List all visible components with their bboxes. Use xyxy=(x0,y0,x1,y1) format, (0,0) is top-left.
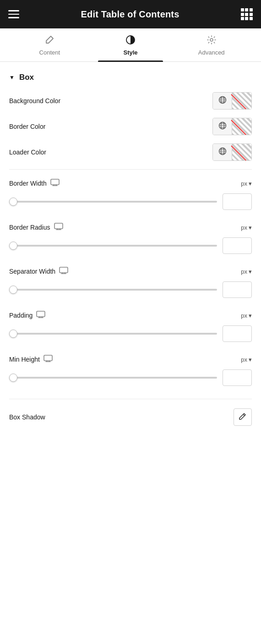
border-radius-section: Border Radius px ▾ xyxy=(9,223,252,254)
border-radius-track[interactable] xyxy=(9,245,217,247)
border-width-monitor-icon xyxy=(50,179,60,188)
border-radius-unit-label: px xyxy=(241,224,247,231)
border-radius-header: Border Radius px ▾ xyxy=(9,223,252,232)
tab-advanced-label: Advanced xyxy=(198,49,225,56)
hamburger-icon[interactable] xyxy=(8,10,19,18)
separator-width-chevron-icon: ▾ xyxy=(249,268,252,275)
border-radius-slider-row xyxy=(9,237,252,254)
box-shadow-pencil-icon xyxy=(239,412,247,422)
tab-content[interactable]: Content xyxy=(9,28,90,61)
background-color-control xyxy=(212,92,252,110)
border-radius-label-group: Border Radius xyxy=(9,223,63,232)
tab-bar: Content Style Advanced xyxy=(0,28,261,62)
separator-width-header: Separator Width px ▾ xyxy=(9,267,252,276)
padding-input[interactable] xyxy=(223,325,252,342)
min-height-label-group: Min Height xyxy=(9,355,53,364)
tab-advanced[interactable]: Advanced xyxy=(171,28,252,61)
padding-label: Padding xyxy=(9,312,33,319)
background-color-label: Background Color xyxy=(9,97,60,105)
separator-width-monitor-icon xyxy=(59,267,68,276)
padding-unit-select[interactable]: px ▾ xyxy=(241,312,252,319)
svg-rect-10 xyxy=(60,267,68,273)
min-height-section: Min Height px ▾ xyxy=(9,355,252,386)
svg-rect-9 xyxy=(54,223,63,229)
separator-width-unit-select[interactable]: px ▾ xyxy=(241,268,252,275)
border-width-slider-row xyxy=(9,193,252,210)
tab-content-label: Content xyxy=(39,49,60,56)
border-width-section: Border Width px ▾ xyxy=(9,179,252,210)
border-color-global-button[interactable] xyxy=(213,118,232,135)
box-shadow-label: Box Shadow xyxy=(9,413,45,421)
border-radius-monitor-icon xyxy=(54,223,63,232)
border-color-label: Border Color xyxy=(9,123,45,130)
padding-monitor-icon xyxy=(36,311,45,320)
padding-track[interactable] xyxy=(9,333,217,335)
globe-icon-bg xyxy=(218,96,227,106)
border-radius-unit-select[interactable]: px ▾ xyxy=(241,224,252,231)
grid-icon[interactable] xyxy=(241,8,253,20)
page-title: Edit Table of Contents xyxy=(81,9,179,20)
border-width-thumb[interactable] xyxy=(9,198,17,206)
collapse-arrow-icon: ▼ xyxy=(9,74,15,81)
main-content: ▼ Box Background Color xyxy=(0,73,261,448)
loader-color-global-button[interactable] xyxy=(213,143,232,161)
padding-thumb[interactable] xyxy=(9,330,17,338)
padding-unit-label: px xyxy=(241,312,247,319)
svg-rect-12 xyxy=(44,355,52,361)
divider-2 xyxy=(9,399,252,399)
min-height-monitor-icon xyxy=(44,355,53,364)
min-height-input[interactable] xyxy=(223,369,252,386)
min-height-track[interactable] xyxy=(9,377,217,379)
svg-rect-8 xyxy=(51,179,59,185)
globe-icon-border xyxy=(218,121,227,132)
min-height-thumb[interactable] xyxy=(9,374,17,382)
tab-style-label: Style xyxy=(123,49,137,56)
separator-width-section: Separator Width px ▾ xyxy=(9,267,252,298)
separator-width-track[interactable] xyxy=(9,289,217,291)
svg-point-1 xyxy=(210,39,213,41)
min-height-header: Min Height px ▾ xyxy=(9,355,252,364)
separator-width-thumb[interactable] xyxy=(9,286,17,294)
border-radius-thumb[interactable] xyxy=(9,242,17,250)
loader-color-swatch[interactable] xyxy=(232,143,251,161)
content-icon xyxy=(44,35,54,46)
min-height-unit-label: px xyxy=(241,356,247,363)
min-height-label: Min Height xyxy=(9,356,40,363)
loader-color-label: Loader Color xyxy=(9,149,46,156)
border-width-chevron-icon: ▾ xyxy=(249,180,252,187)
box-shadow-row: Box Shadow xyxy=(9,408,252,426)
style-icon xyxy=(125,35,136,46)
min-height-unit-select[interactable]: px ▾ xyxy=(241,356,252,363)
padding-label-group: Padding xyxy=(9,311,45,320)
loader-color-control xyxy=(212,143,252,161)
tab-style[interactable]: Style xyxy=(90,28,171,61)
svg-rect-11 xyxy=(37,311,45,317)
border-radius-label: Border Radius xyxy=(9,224,50,231)
advanced-icon xyxy=(207,35,217,46)
app-header: Edit Table of Contents xyxy=(0,0,261,28)
loader-color-row: Loader Color xyxy=(9,143,252,161)
border-width-track[interactable] xyxy=(9,201,217,203)
background-color-swatch[interactable] xyxy=(232,92,251,110)
globe-icon-loader xyxy=(218,147,227,158)
background-color-row: Background Color xyxy=(9,92,252,110)
border-width-input[interactable] xyxy=(223,193,252,210)
padding-header: Padding px ▾ xyxy=(9,311,252,320)
border-width-label-group: Border Width xyxy=(9,179,60,188)
border-color-row: Border Color xyxy=(9,118,252,135)
separator-width-input[interactable] xyxy=(223,281,252,298)
box-section: ▼ Box Background Color xyxy=(9,73,252,426)
box-shadow-button[interactable] xyxy=(234,408,252,426)
box-section-header[interactable]: ▼ Box xyxy=(9,73,252,82)
border-radius-chevron-icon: ▾ xyxy=(249,224,252,231)
border-width-header: Border Width px ▾ xyxy=(9,179,252,188)
border-width-unit-select[interactable]: px ▾ xyxy=(241,180,252,187)
border-radius-input[interactable] xyxy=(223,237,252,254)
separator-width-unit-label: px xyxy=(241,268,247,275)
border-color-swatch[interactable] xyxy=(232,118,251,135)
separator-width-label: Separator Width xyxy=(9,268,55,275)
padding-section: Padding px ▾ xyxy=(9,311,252,342)
background-color-global-button[interactable] xyxy=(213,92,232,110)
box-section-title: Box xyxy=(19,73,34,82)
min-height-slider-row xyxy=(9,369,252,386)
